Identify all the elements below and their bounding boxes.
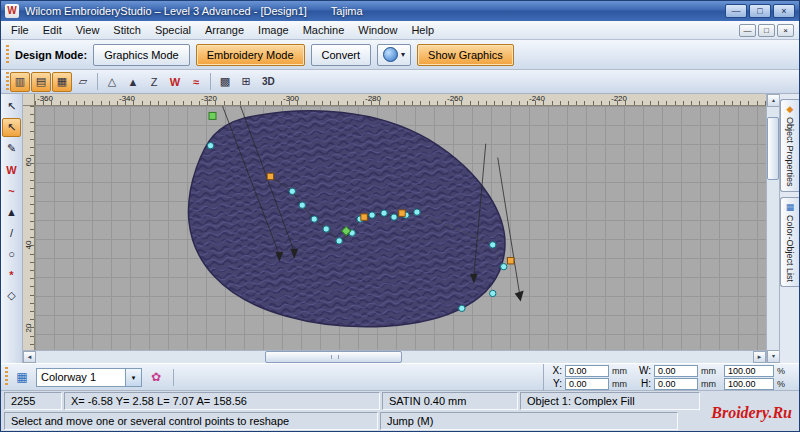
grid-toggle-icon[interactable]: ⊞ xyxy=(236,72,256,92)
transform-panel: X: 0.00 mm W: 0.00 mm 100.00 % Y: 0.00 m… xyxy=(543,364,795,391)
complex-fill-icon[interactable]: ▱ xyxy=(73,72,93,92)
w-field[interactable]: 0.00 xyxy=(654,365,698,377)
tatami-fill-icon[interactable]: ▤ xyxy=(31,72,51,92)
menu-arrange[interactable]: Arrange xyxy=(198,22,251,38)
menu-stitch[interactable]: Stitch xyxy=(106,22,148,38)
run-stitch-icon[interactable]: ▥ xyxy=(10,72,30,92)
pointer-position: X= -6.58 Y= 2.58 L= 7.07 A= 158.56 xyxy=(64,392,380,410)
menu-window[interactable]: Window xyxy=(351,22,404,38)
current-tool-hint: Jump (M) xyxy=(380,412,678,430)
menu-file[interactable]: File xyxy=(4,22,36,38)
menu-machine[interactable]: Machine xyxy=(296,22,352,38)
minimize-button[interactable]: — xyxy=(725,4,747,18)
menu-view[interactable]: View xyxy=(69,22,107,38)
design-canvas[interactable] xyxy=(35,106,766,350)
mdi-minimize-button[interactable]: — xyxy=(739,24,756,37)
lettering-tool[interactable]: W xyxy=(2,160,21,179)
run-tool[interactable]: ~ xyxy=(2,181,21,200)
y-unit: mm xyxy=(612,379,632,389)
colorway-select[interactable]: Colorway 1 ▾ xyxy=(36,368,142,387)
closed-shape-tool[interactable]: ▲ xyxy=(2,202,21,221)
hoop-selector-button[interactable]: ▾ xyxy=(377,44,411,66)
chevron-down-icon[interactable]: ▾ xyxy=(125,369,141,386)
ruler-label: -340 xyxy=(119,94,135,103)
embroidery-object[interactable] xyxy=(35,106,766,350)
tab-color-object-list[interactable]: ▦ Color-Object List xyxy=(780,197,799,287)
vscroll-thumb[interactable] xyxy=(767,117,779,180)
tab-label: Color-Object List xyxy=(785,215,795,282)
horizontal-ruler: -360 -340 -320 -300 -280 -260 -240 -220 xyxy=(35,94,766,106)
column-a-icon[interactable]: △ xyxy=(102,72,122,92)
ruler-label: -320 xyxy=(201,94,217,103)
zigzag-stitch-icon[interactable]: Z xyxy=(144,72,164,92)
embroidery-mode-button[interactable]: Embroidery Mode xyxy=(196,44,305,66)
reshape-tool[interactable]: ↖ xyxy=(2,118,21,137)
scale-y-field[interactable]: 100.00 xyxy=(724,378,774,390)
docked-panel-tabs: ◆ Object Properties ▦ Color-Object List xyxy=(779,94,799,363)
3d-view-icon[interactable]: 3D xyxy=(257,72,280,92)
ruler-label: -280 xyxy=(365,94,381,103)
toolbar-grip[interactable] xyxy=(6,45,9,65)
ruler-label: 40 xyxy=(23,239,35,251)
menu-bar: File Edit View Stitch Special Arrange Im… xyxy=(1,21,799,40)
scale-x-field[interactable]: 100.00 xyxy=(724,365,774,377)
scroll-left-icon[interactable]: ◄ xyxy=(23,351,36,363)
vertical-scrollbar[interactable]: ▴ ▾ xyxy=(766,94,779,363)
tab-object-properties[interactable]: ◆ Object Properties xyxy=(780,99,799,192)
horizontal-scrollbar[interactable]: ◄ ► xyxy=(23,350,766,363)
select-tool[interactable]: ↖ xyxy=(2,97,21,116)
colorway-selected-label: Colorway 1 xyxy=(41,371,96,383)
maximize-button[interactable]: □ xyxy=(749,4,771,18)
colorway-editor-icon[interactable]: ▦ xyxy=(12,367,32,387)
w-unit: mm xyxy=(701,366,721,376)
mdi-close-button[interactable]: × xyxy=(777,24,794,37)
hscroll-track[interactable] xyxy=(36,351,753,363)
h-field[interactable]: 0.00 xyxy=(654,378,698,390)
graphics-mode-button[interactable]: Graphics Mode xyxy=(93,44,190,66)
menu-image[interactable]: Image xyxy=(251,22,296,38)
app-icon: W xyxy=(5,4,19,18)
lettering-icon[interactable]: W xyxy=(165,72,185,92)
star-tool[interactable]: * xyxy=(2,265,21,284)
mdi-restore-button[interactable]: □ xyxy=(758,24,775,37)
complex-fill-shape[interactable] xyxy=(189,111,505,327)
open-shape-tool[interactable]: / xyxy=(2,223,21,242)
globe-icon xyxy=(383,47,398,62)
ruler-row: -360 -340 -320 -300 -280 -260 -240 -220 xyxy=(23,94,766,106)
hscroll-thumb[interactable] xyxy=(265,351,401,363)
digitize-tool[interactable]: ✎ xyxy=(2,139,21,158)
ruler-label: -260 xyxy=(447,94,463,103)
mirror-tool[interactable]: ◇ xyxy=(2,286,21,305)
color-object-list-icon: ▦ xyxy=(786,202,795,212)
satin-fill-icon[interactable]: ▦ xyxy=(52,72,72,92)
close-button[interactable]: × xyxy=(773,4,795,18)
ruler-label: 60 xyxy=(23,156,35,168)
toolbar-grip[interactable] xyxy=(6,72,9,92)
start-node[interactable] xyxy=(209,112,216,119)
fusion-fill-icon[interactable]: ▩ xyxy=(215,72,235,92)
y-label: Y: xyxy=(548,378,562,389)
column-b-icon[interactable]: ▲ xyxy=(123,72,143,92)
canvas-row: 60 40 20 xyxy=(23,106,766,350)
vscroll-track[interactable] xyxy=(767,107,779,350)
scroll-right-icon[interactable]: ► xyxy=(753,351,766,363)
x-field[interactable]: 0.00 xyxy=(565,365,609,377)
x-label: X: xyxy=(548,365,562,376)
tab-label: Object Properties xyxy=(785,117,795,187)
toolbar-grip[interactable] xyxy=(5,367,8,387)
tool-palette: ↖ ↖ ✎ W ~ ▲ / ○ * ◇ xyxy=(1,94,23,363)
show-graphics-button[interactable]: Show Graphics xyxy=(417,44,514,66)
machine-format-label: Tajima xyxy=(331,5,363,17)
ruler-label: -220 xyxy=(611,94,627,103)
menu-help[interactable]: Help xyxy=(404,22,441,38)
toolbar-separator xyxy=(173,369,174,386)
mixing-palette-icon[interactable]: ✿ xyxy=(146,367,166,387)
y-field[interactable]: 0.00 xyxy=(565,378,609,390)
ellipse-tool[interactable]: ○ xyxy=(2,244,21,263)
menu-edit[interactable]: Edit xyxy=(36,22,69,38)
mode-toolbar: Design Mode: Graphics Mode Embroidery Mo… xyxy=(1,40,799,70)
menu-special[interactable]: Special xyxy=(148,22,198,38)
convert-button[interactable]: Convert xyxy=(311,44,372,66)
window-controls: — □ × xyxy=(725,4,795,18)
motif-run-icon[interactable]: ≈ xyxy=(186,72,206,92)
